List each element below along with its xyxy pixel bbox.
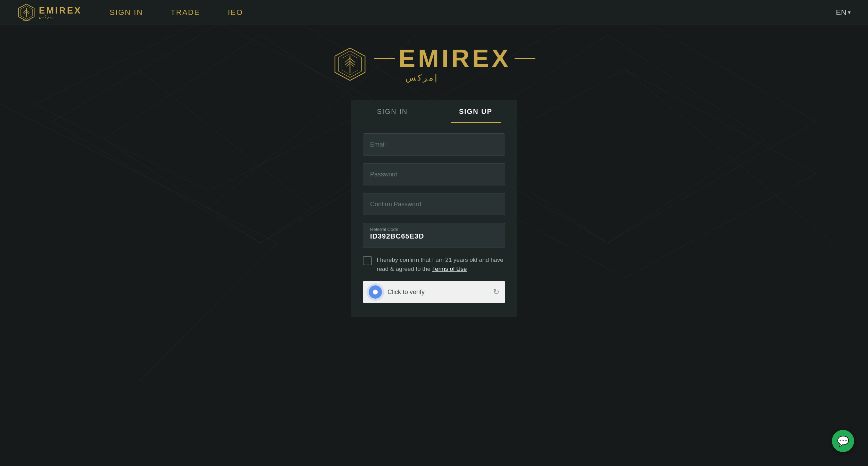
brand-title: EMIREX xyxy=(399,46,511,71)
tab-sign-in[interactable]: SIGN IN xyxy=(351,100,434,123)
referral-wrapper: Referral Code xyxy=(363,223,505,248)
refresh-icon: ↻ xyxy=(493,288,499,297)
language-label: EN xyxy=(836,8,846,17)
nav-link-trade[interactable]: TRADE xyxy=(171,8,200,17)
form-card: SIGN IN SIGN UP Referral Cod xyxy=(351,100,517,317)
brand-logo: EMIREX إمرکس xyxy=(333,46,535,83)
auth-tabs: SIGN IN SIGN UP xyxy=(351,100,517,123)
referral-group: Referral Code xyxy=(363,223,505,248)
password-input[interactable] xyxy=(363,163,505,185)
nav-link-signin[interactable]: SIGN IN xyxy=(110,8,143,17)
nav-logo[interactable]: إمرکس EMIREX إمرکس xyxy=(17,3,82,22)
chevron-down-icon: ▾ xyxy=(848,9,851,16)
nav-brand-arabic: إمرکس xyxy=(39,15,82,19)
verify-circle xyxy=(369,285,382,299)
confirm-password-input[interactable] xyxy=(363,193,505,215)
nav-link-ieo[interactable]: IEO xyxy=(228,8,243,17)
email-input[interactable] xyxy=(363,133,505,156)
navbar: إمرکس EMIREX إمرکس SIGN IN TRADE IEO EN … xyxy=(0,0,868,25)
confirm-password-group xyxy=(363,193,505,215)
signup-form: Referral Code I hereby confirm that I am… xyxy=(351,123,517,317)
chat-icon: 💬 xyxy=(837,435,849,447)
logo-hex-icon: إمرکس xyxy=(17,3,35,22)
brand-hex-icon xyxy=(333,47,367,82)
verify-text: Click to verify xyxy=(387,289,493,296)
svg-line-18 xyxy=(26,12,29,14)
tab-sign-up[interactable]: SIGN UP xyxy=(434,100,517,123)
terms-checkbox[interactable] xyxy=(363,256,372,265)
svg-text:إمرکس: إمرکس xyxy=(23,19,30,21)
language-selector[interactable]: EN ▾ xyxy=(836,8,851,17)
nav-brand-name: EMIREX xyxy=(39,6,82,15)
brand-arabic: إمرکس xyxy=(406,73,439,83)
main-content: EMIREX إمرکس SIGN IN SIGN UP xyxy=(0,25,868,317)
nav-links: SIGN IN TRADE IEO xyxy=(110,8,243,17)
referral-label: Referral Code xyxy=(370,227,398,232)
terms-link[interactable]: Terms of Use xyxy=(432,266,467,272)
password-group xyxy=(363,163,505,185)
verify-widget[interactable]: Click to verify ↻ xyxy=(363,281,505,303)
nav-right: EN ▾ xyxy=(836,8,851,17)
verify-circle-inner xyxy=(373,290,378,294)
terms-row: I hereby confirm that I am 21 years old … xyxy=(363,256,505,273)
email-group xyxy=(363,133,505,156)
terms-label: I hereby confirm that I am 21 years old … xyxy=(377,256,505,273)
chat-button[interactable]: 💬 xyxy=(832,430,854,452)
